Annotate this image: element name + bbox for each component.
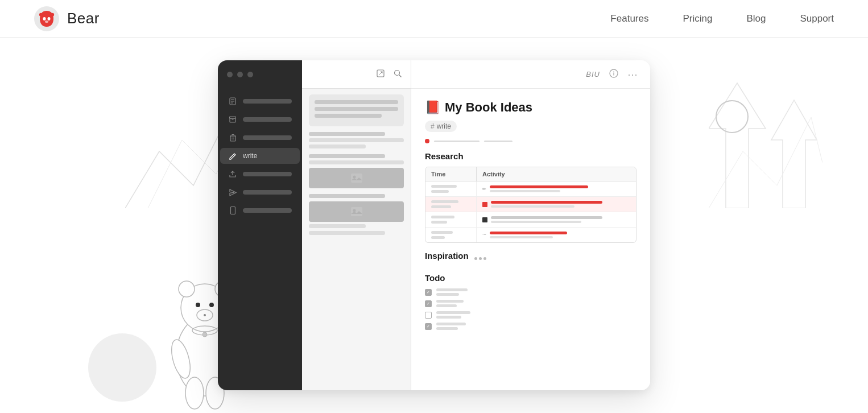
gray-circle-decor bbox=[88, 333, 156, 402]
svg-marker-20 bbox=[771, 100, 817, 208]
svg-point-9 bbox=[209, 303, 214, 307]
todo-checkbox-2[interactable] bbox=[425, 300, 432, 307]
traffic-light-minimize bbox=[237, 72, 243, 77]
trash-icon bbox=[228, 133, 237, 142]
note-list-header bbox=[302, 60, 411, 89]
table-row[interactable]: ✏ bbox=[425, 181, 636, 197]
divider-dot bbox=[425, 139, 429, 143]
header: Bear Features Pricing Blog Support bbox=[0, 0, 868, 38]
right-decoration-icon bbox=[709, 60, 822, 208]
sidebar-item-write[interactable]: write bbox=[220, 148, 300, 164]
circle-decoration bbox=[716, 100, 749, 133]
table-cell-activity bbox=[477, 213, 636, 226]
editor-tag[interactable]: # write bbox=[425, 121, 457, 132]
svg-point-14 bbox=[185, 377, 204, 409]
todo-section: Todo bbox=[425, 273, 636, 330]
compose-icon[interactable] bbox=[377, 69, 385, 79]
write-icon bbox=[228, 151, 237, 160]
svg-point-1 bbox=[43, 17, 46, 20]
note-item-3[interactable] bbox=[309, 154, 404, 188]
divider-line-2 bbox=[484, 141, 512, 142]
info-button[interactable] bbox=[609, 69, 618, 80]
svg-point-35 bbox=[232, 213, 233, 214]
sidebar-item-trash[interactable] bbox=[220, 130, 300, 146]
tag-hash: # bbox=[431, 122, 435, 130]
note-line bbox=[315, 114, 382, 118]
todo-checkbox-3[interactable] bbox=[425, 312, 432, 319]
todo-checkbox-4[interactable] bbox=[425, 323, 432, 330]
col-time-header: Time bbox=[425, 167, 477, 181]
note-thumbnail bbox=[309, 168, 404, 188]
svg-point-42 bbox=[353, 209, 356, 212]
todo-item-4[interactable] bbox=[425, 323, 636, 330]
tag-text: write bbox=[437, 122, 451, 130]
sidebar-item-airplane[interactable] bbox=[220, 184, 300, 200]
svg-line-38 bbox=[399, 75, 402, 77]
table-cell-time bbox=[425, 228, 477, 242]
note-line bbox=[315, 107, 398, 111]
todo-item-1[interactable] bbox=[425, 288, 636, 296]
table-cell-activity: ✏ bbox=[477, 182, 636, 196]
dot-3 bbox=[483, 257, 486, 260]
bear-logo-icon bbox=[34, 6, 59, 31]
sidebar-item-archive[interactable] bbox=[220, 111, 300, 127]
main-content: write bbox=[0, 38, 868, 413]
svg-rect-39 bbox=[351, 174, 362, 183]
svg-point-3 bbox=[45, 20, 48, 23]
col-activity-header: Activity bbox=[477, 167, 636, 181]
more-options-button[interactable]: ⋯ bbox=[627, 68, 639, 81]
nav-pricing[interactable]: Pricing bbox=[683, 13, 712, 24]
research-table: Time Activity ✏ bbox=[425, 167, 636, 243]
format-biu-button[interactable]: BIU bbox=[586, 70, 600, 79]
note-line bbox=[309, 194, 385, 198]
editor-title: 📕 My Book Ideas bbox=[425, 100, 636, 115]
svg-point-6 bbox=[179, 281, 195, 297]
app-sidebar: write bbox=[218, 60, 302, 390]
table-cell-time bbox=[425, 197, 477, 212]
sidebar-item-notes[interactable] bbox=[220, 93, 300, 109]
nav-features[interactable]: Features bbox=[610, 13, 648, 24]
sidebar-item-archive-label bbox=[243, 117, 292, 122]
mobile-icon bbox=[228, 206, 237, 215]
note-preview-item[interactable] bbox=[309, 94, 404, 126]
note-list-content bbox=[302, 89, 411, 390]
editor-panel: BIU ⋯ 📕 My Book Ideas # write bbox=[411, 60, 650, 390]
notes-icon bbox=[228, 97, 237, 106]
todo-checkbox-1[interactable] bbox=[425, 289, 432, 296]
sidebar-item-share[interactable] bbox=[220, 166, 300, 182]
note-item-4[interactable] bbox=[309, 194, 404, 235]
sidebar-item-airplane-label bbox=[243, 190, 292, 195]
table-row[interactable]: ⋯ bbox=[425, 228, 636, 242]
sidebar-item-list: write bbox=[218, 89, 302, 390]
search-icon[interactable] bbox=[394, 69, 402, 79]
table-row[interactable] bbox=[425, 197, 636, 212]
svg-point-40 bbox=[353, 176, 356, 179]
table-cell-time bbox=[425, 212, 477, 227]
note-item-2[interactable] bbox=[309, 132, 404, 148]
editor-content-area: 📕 My Book Ideas # write Research Time bbox=[411, 89, 650, 390]
title-text[interactable]: My Book Ideas bbox=[445, 100, 532, 115]
todo-item-3[interactable] bbox=[425, 311, 636, 319]
note-line bbox=[309, 138, 404, 142]
note-line bbox=[309, 160, 404, 164]
sidebar-item-share-label bbox=[243, 172, 292, 176]
inspiration-more-button[interactable] bbox=[474, 257, 486, 260]
sidebar-item-mobile[interactable] bbox=[220, 203, 300, 218]
svg-point-10 bbox=[201, 311, 209, 316]
table-cell-activity: ⋯ bbox=[477, 228, 636, 242]
sidebar-titlebar bbox=[218, 60, 302, 89]
write-label: write bbox=[243, 152, 257, 160]
divider-line-1 bbox=[434, 141, 480, 142]
nav-support[interactable]: Support bbox=[800, 13, 834, 24]
nav-blog[interactable]: Blog bbox=[746, 13, 766, 24]
app-mockup: write bbox=[218, 60, 650, 390]
note-line bbox=[309, 144, 366, 148]
svg-rect-26 bbox=[230, 117, 236, 118]
table-row[interactable] bbox=[425, 212, 636, 228]
svg-point-8 bbox=[196, 303, 200, 307]
todo-item-2[interactable] bbox=[425, 300, 636, 307]
note-line bbox=[315, 100, 398, 104]
note-line bbox=[309, 132, 385, 136]
note-list-panel bbox=[302, 60, 411, 390]
svg-rect-25 bbox=[230, 118, 235, 122]
